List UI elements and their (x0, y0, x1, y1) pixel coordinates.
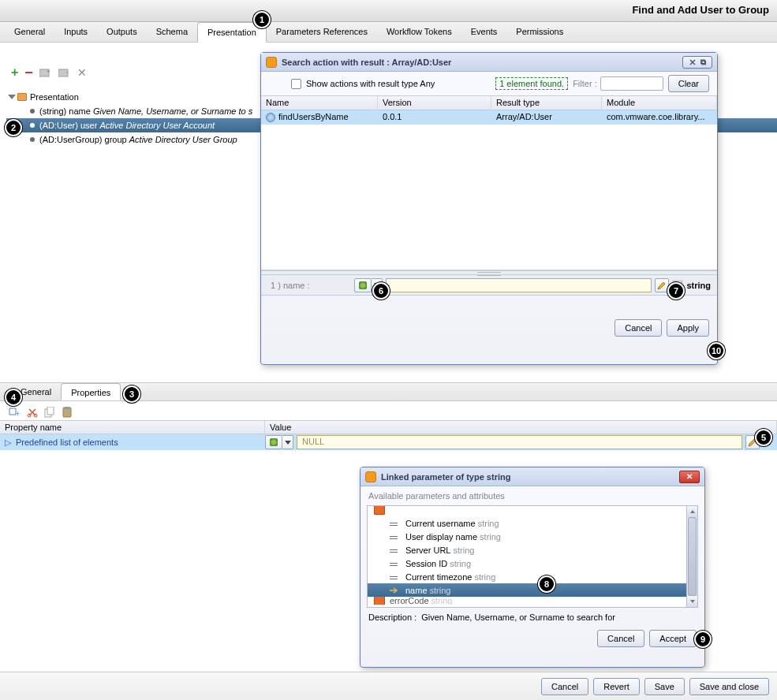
close-icon[interactable]: ⧉ (682, 56, 712, 69)
list-item[interactable]: Current timezone string (368, 570, 697, 583)
properties-panel: General Properties + Property name Value… (0, 382, 777, 450)
add-property-icon[interactable]: + (8, 407, 21, 418)
linked-parameter-dialog: Linked parameter of type string ✕ Availa… (360, 467, 705, 668)
list-item[interactable]: User display name string (368, 530, 697, 543)
cancel-button[interactable]: Cancel (597, 630, 644, 647)
scroll-thumb[interactable] (688, 517, 697, 596)
bullet-icon (30, 109, 35, 114)
tab-workflow-tokens[interactable]: Workflow Tokens (377, 22, 461, 43)
list-item[interactable]: errorCode string (368, 597, 697, 605)
window-title: Find and Add User to Group (632, 4, 769, 16)
clear-button[interactable]: Clear (668, 75, 709, 92)
tab-properties[interactable]: Properties (61, 383, 121, 400)
param-icon (390, 573, 401, 581)
action-icon (266, 113, 275, 122)
table-row[interactable]: findUsersByName 0.0.1 Array/AD:User com.… (261, 110, 717, 125)
save-and-close-button[interactable]: Save and close (689, 678, 769, 695)
col-module[interactable]: Module (602, 96, 717, 110)
main-footer: Cancel Revert Save Save and close (0, 672, 777, 700)
expand-icon[interactable]: ▷ (5, 438, 11, 448)
dialog-footer: Cancel Apply (261, 313, 717, 343)
tab-permissions[interactable]: Permissions (506, 22, 573, 43)
expand-icon[interactable] (8, 95, 16, 99)
add-folder-icon[interactable]: + (39, 68, 52, 77)
app-icon (266, 57, 277, 68)
callout-5: 5 (755, 429, 772, 446)
svg-rect-12 (65, 407, 69, 409)
show-any-checkbox[interactable] (291, 79, 301, 89)
remove-icon[interactable]: − (24, 70, 33, 75)
remove-folder-icon[interactable]: - (58, 68, 71, 77)
copy-icon[interactable] (44, 407, 55, 418)
tab-events[interactable]: Events (461, 22, 507, 43)
callout-1: 1 (253, 11, 271, 28)
callout-6: 6 (372, 282, 390, 300)
property-name: Predefined list of elements (16, 438, 118, 447)
gear-link-icon (270, 438, 278, 446)
dialog-title: Linked parameter of type string (381, 472, 510, 482)
callout-4: 4 (5, 389, 22, 406)
properties-toolbar: + (0, 401, 777, 420)
list-item[interactable] (368, 505, 697, 516)
tab-parameters-references[interactable]: Parameters References (267, 22, 377, 43)
dialog-subtitle: Available parameters and attributes (360, 486, 704, 505)
property-row[interactable]: ▷ Predefined list of elements NULL (0, 434, 777, 450)
value-picker-button[interactable] (265, 435, 282, 449)
accept-button[interactable]: Accept (649, 630, 697, 647)
svg-text:+: + (16, 410, 20, 418)
tab-outputs[interactable]: Outputs (97, 22, 147, 43)
dialog-titlebar: Search action with result : Array/AD:Use… (261, 53, 717, 72)
description-label: Description : (368, 612, 417, 622)
param-label: 1 ) name : (267, 281, 354, 290)
col-result-type[interactable]: Result type (491, 96, 602, 110)
svg-text:-: - (65, 68, 68, 75)
tab-inputs[interactable]: Inputs (54, 22, 97, 43)
value-input[interactable]: NULL (297, 435, 742, 449)
scrollbar[interactable] (686, 506, 697, 607)
param-value-input[interactable] (386, 278, 652, 292)
callout-9: 9 (694, 631, 712, 648)
callout-3: 3 (123, 385, 140, 403)
results-count: 1 element found. (495, 77, 568, 90)
param-picker-button[interactable] (354, 278, 372, 292)
bottom-tabs: General Properties (0, 382, 777, 401)
save-button[interactable]: Save (644, 678, 685, 695)
title-bar: Find and Add User to Group (0, 0, 777, 22)
list-item[interactable]: Server URL string (368, 543, 697, 557)
filter-input[interactable] (600, 76, 663, 91)
search-action-dialog: Search action with result : Array/AD:Use… (260, 52, 718, 365)
param-type-label: string (686, 281, 711, 290)
revert-button[interactable]: Revert (593, 678, 639, 695)
dialog-title: Search action with result : Array/AD:Use… (282, 58, 451, 67)
top-tabs: General Inputs Outputs Schema Presentati… (0, 22, 777, 43)
col-property-name[interactable]: Property name (0, 421, 265, 434)
apply-button[interactable]: Apply (667, 319, 709, 337)
add-icon[interactable]: + (11, 69, 18, 76)
value-picker-dropdown[interactable] (282, 435, 293, 449)
list-item[interactable]: Session ID string (368, 557, 697, 570)
show-any-label: Show actions with result type Any (306, 79, 435, 88)
paste-icon[interactable] (62, 407, 73, 418)
col-version[interactable]: Version (378, 96, 491, 110)
delete-icon[interactable]: ✕ (77, 66, 87, 79)
dialog-titlebar: Linked parameter of type string ✕ (360, 467, 704, 486)
cut-icon[interactable] (27, 407, 38, 418)
close-icon[interactable]: ✕ (679, 471, 700, 483)
col-name[interactable]: Name (261, 96, 378, 110)
scroll-up-icon[interactable] (687, 506, 697, 517)
cancel-button[interactable]: Cancel (541, 678, 588, 695)
cancel-button[interactable]: Cancel (615, 319, 662, 337)
gear-link-icon (359, 281, 367, 289)
parameter-row: 1 ) name : string (261, 275, 717, 296)
app-icon (365, 471, 376, 482)
svg-text:+: + (47, 68, 50, 75)
col-value[interactable]: Value (265, 421, 777, 434)
tab-schema[interactable]: Schema (147, 22, 197, 43)
description-row: Description : Given Name, Username, or S… (360, 608, 704, 627)
list-item-selected[interactable]: name string (368, 583, 697, 597)
callout-8: 8 (538, 575, 555, 593)
description-text: Given Name, Username, or Surname to sear… (421, 612, 615, 622)
list-item[interactable]: Current username string (368, 516, 697, 530)
scroll-down-icon[interactable] (687, 596, 697, 607)
tab-general[interactable]: General (5, 22, 54, 43)
